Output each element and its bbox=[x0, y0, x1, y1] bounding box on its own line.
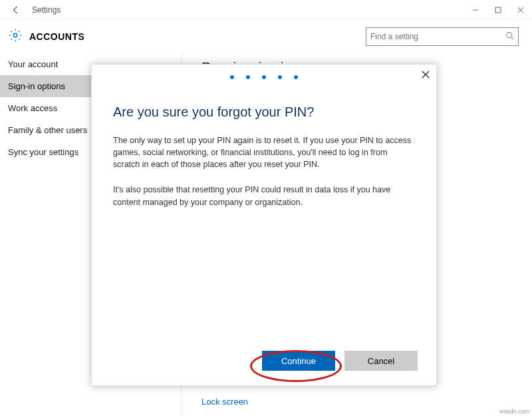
header: ACCOUNTS bbox=[0, 20, 532, 53]
continue-button[interactable]: Continue bbox=[262, 351, 335, 371]
arrow-left-icon bbox=[11, 5, 21, 15]
header-left: ACCOUNTS bbox=[8, 28, 84, 45]
sidebar-item-label: Family & other users bbox=[8, 125, 87, 135]
search-input[interactable] bbox=[370, 32, 505, 41]
dialog-dots bbox=[92, 65, 436, 85]
dialog-title: Are you sure you forgot your PIN? bbox=[113, 104, 415, 120]
gear-icon bbox=[8, 28, 23, 45]
svg-rect-1 bbox=[495, 7, 501, 13]
search-icon bbox=[505, 31, 514, 42]
close-icon bbox=[422, 71, 430, 79]
watermark: wsxdn.com bbox=[499, 408, 529, 415]
dot-icon bbox=[262, 75, 266, 79]
cancel-button[interactable]: Cancel bbox=[344, 351, 418, 371]
maximize-button[interactable] bbox=[487, 0, 509, 20]
svg-point-4 bbox=[13, 33, 17, 37]
sidebar-item-label: Sync your settings bbox=[8, 147, 78, 157]
svg-point-5 bbox=[507, 33, 512, 38]
titlebar-left: Settings bbox=[0, 1, 61, 19]
page-title: ACCOUNTS bbox=[29, 31, 84, 42]
close-icon bbox=[517, 7, 524, 13]
sidebar-item-label: Your account bbox=[8, 59, 58, 69]
titlebar: Settings bbox=[0, 0, 532, 20]
minimize-button[interactable] bbox=[464, 0, 487, 20]
svg-line-6 bbox=[511, 37, 513, 39]
dot-icon bbox=[246, 75, 250, 79]
dialog-footer: Continue Cancel bbox=[262, 351, 418, 371]
dialog-body: Are you sure you forgot your PIN? The on… bbox=[92, 85, 436, 208]
window-controls bbox=[464, 0, 532, 20]
window-title: Settings bbox=[32, 5, 61, 15]
pin-reset-dialog: Are you sure you forgot your PIN? The on… bbox=[91, 64, 437, 386]
dot-icon bbox=[294, 75, 298, 79]
sidebar-item-label: Sign-in options bbox=[8, 81, 65, 91]
maximize-icon bbox=[495, 7, 501, 13]
dot-icon bbox=[278, 75, 282, 79]
search-input-wrapper[interactable] bbox=[366, 27, 519, 46]
minimize-icon bbox=[472, 7, 479, 13]
close-button[interactable] bbox=[509, 0, 532, 20]
dialog-paragraph: It's also possible that resetting your P… bbox=[113, 184, 415, 208]
lock-screen-link[interactable]: Lock screen bbox=[201, 394, 248, 409]
sidebar-item-label: Work access bbox=[8, 103, 57, 113]
dialog-close-button[interactable] bbox=[422, 70, 430, 81]
back-button[interactable] bbox=[7, 1, 25, 19]
dialog-paragraph: The only way to set up your PIN again is… bbox=[113, 134, 415, 170]
dot-icon bbox=[230, 75, 234, 79]
